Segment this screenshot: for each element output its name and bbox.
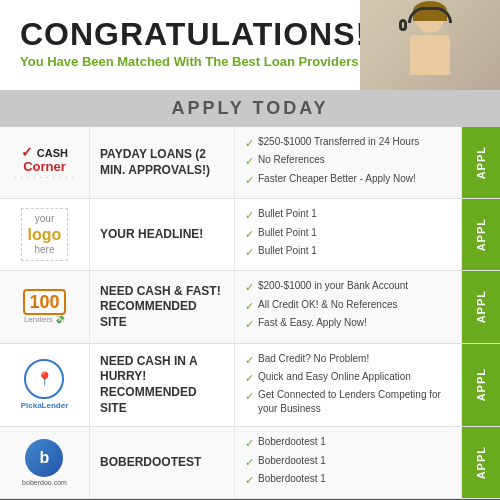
- bullet-text: Get Connected to Lenders Competing for y…: [258, 388, 451, 416]
- picka-circle: 📍: [24, 359, 64, 399]
- loan-row: 100 Lenders 💸 NEED CASH & FAST! RECOMMEN…: [0, 271, 500, 343]
- bullet-item: ✓ Fast & Easy. Apply Now!: [245, 316, 451, 332]
- apply-label-3: APPL: [475, 368, 487, 401]
- loan-row: b boberdoo.com BOBERDOOTEST ✓ Boberdoote…: [0, 427, 500, 499]
- bullet-item: ✓ $200-$1000 in your Bank Account: [245, 279, 451, 295]
- bullet-item: ✓ Faster Cheaper Better - Apply Now!: [245, 172, 451, 188]
- bullet-item: ✓ All Credit OK! & No References: [245, 298, 451, 314]
- bullet-text: Quick and Easy Online Application: [258, 370, 411, 384]
- apply-button-2[interactable]: APPL: [462, 271, 500, 342]
- bullet-item: ✓ Bullet Point 1: [245, 226, 451, 242]
- bullet-text: Bullet Point 1: [258, 226, 317, 240]
- bullet-item: ✓ Boberdootest 1: [245, 472, 451, 488]
- lady-figure: [390, 5, 470, 90]
- apply-label-1: APPL: [475, 218, 487, 251]
- bullet-item: ✓ Boberdootest 1: [245, 454, 451, 470]
- cash-brand-name: Corner: [14, 160, 75, 173]
- bullet-item: ✓ Quick and Easy Online Application: [245, 370, 451, 386]
- bullet-text: Bullet Point 1: [258, 207, 317, 221]
- lenders-number: 100: [23, 289, 65, 315]
- bullets-cell-4: ✓ Boberdootest 1 ✓ Boberdootest 1 ✓ Bobe…: [235, 427, 462, 498]
- check-icon: ✓: [245, 371, 254, 386]
- check-icon: ✓: [245, 227, 254, 242]
- bullets-cell-2: ✓ $200-$1000 in your Bank Account ✓ All …: [235, 271, 462, 342]
- apply-label-2: APPL: [475, 290, 487, 323]
- logo-cell-picka-lender: 📍 PickaLender: [0, 344, 90, 427]
- check-icon: ✓: [245, 280, 254, 295]
- check-icon: ✓: [245, 353, 254, 368]
- boberdoo-logo: b boberdoo.com: [22, 439, 67, 486]
- boberdoo-brand-name: boberdoo.com: [22, 479, 67, 486]
- headline-cell-3: NEED CASH IN A HURRY! RECOMMENDED SITE: [90, 344, 235, 427]
- cash-tagline: · · · · · · · · · ·: [14, 173, 75, 182]
- lady-head: [416, 5, 444, 33]
- bullet-text: Bad Credit? No Problem!: [258, 352, 369, 366]
- header-image: [360, 0, 500, 90]
- headline-cell-1: YOUR HEADLINE!: [90, 199, 235, 270]
- logo-cell-100-lenders: 100 Lenders 💸: [0, 271, 90, 342]
- bullet-text: All Credit OK! & No References: [258, 298, 398, 312]
- boberdoo-circle: b: [25, 439, 63, 477]
- bullet-text: Faster Cheaper Better - Apply Now!: [258, 172, 416, 186]
- lenders-sub-text: Lenders 💸: [23, 315, 65, 324]
- boberdoo-initial: b: [40, 449, 50, 467]
- bullets-cell-0: ✓ $250-$1000 Transferred in 24 Hours ✓ N…: [235, 127, 462, 198]
- picka-lender-logo: 📍 PickaLender: [21, 359, 69, 410]
- apply-button-0[interactable]: APPL: [462, 127, 500, 198]
- apply-button-3[interactable]: APPL: [462, 344, 500, 427]
- headset-icon: [408, 7, 452, 23]
- your-logo-placeholder: yourlogohere: [21, 208, 69, 261]
- header: CONGRATULATIONS! You Have Been Matched W…: [0, 0, 500, 90]
- bullet-item: ✓ Bad Credit? No Problem!: [245, 352, 451, 368]
- loan-row: 📍 PickaLender NEED CASH IN A HURRY! RECO…: [0, 344, 500, 428]
- cash-corner-logo: ✓ CASH Corner · · · · · · · · · ·: [14, 144, 75, 182]
- check-icon: ✓: [245, 389, 254, 404]
- check-icon: ✓: [245, 136, 254, 151]
- check-icon: ✓: [245, 455, 254, 470]
- mic-icon: [399, 19, 407, 31]
- headline-text-4: BOBERDOOTEST: [100, 455, 201, 471]
- bullet-item: ✓ Boberdootest 1: [245, 435, 451, 451]
- check-icon: ✓: [245, 208, 254, 223]
- apply-banner: APPLY TODAY: [0, 90, 500, 127]
- bullets-cell-3: ✓ Bad Credit? No Problem! ✓ Quick and Ea…: [235, 344, 462, 427]
- check-icon: ✓: [245, 436, 254, 451]
- bullet-item: ✓ No References: [245, 153, 451, 169]
- bullets-cell-1: ✓ Bullet Point 1 ✓ Bullet Point 1 ✓ Bull…: [235, 199, 462, 270]
- bullet-item: ✓ Bullet Point 1: [245, 244, 451, 260]
- logo-cell-cash-corner: ✓ CASH Corner · · · · · · · · · ·: [0, 127, 90, 198]
- check-icon: ✓: [245, 173, 254, 188]
- apply-label-4: APPL: [475, 446, 487, 479]
- apply-button-1[interactable]: APPL: [462, 199, 500, 270]
- check-icon: ✓: [245, 245, 254, 260]
- bullet-text: Bullet Point 1: [258, 244, 317, 258]
- check-icon: ✓: [245, 299, 254, 314]
- 100-lenders-logo: 100 Lenders 💸: [23, 289, 65, 324]
- logo-cell-your-logo: yourlogohere: [0, 199, 90, 270]
- loan-rows-container: ✓ CASH Corner · · · · · · · · · · PAYDAY…: [0, 127, 500, 499]
- picka-brand-name: PickaLender: [21, 401, 69, 410]
- apply-button-4[interactable]: APPL: [462, 427, 500, 498]
- bullet-text: Fast & Easy. Apply Now!: [258, 316, 367, 330]
- headline-cell-4: BOBERDOOTEST: [90, 427, 235, 498]
- headline-text-0: PAYDAY LOANS (2 MIN. APPROVALS!): [100, 147, 224, 178]
- bullet-text: Boberdootest 1: [258, 472, 326, 486]
- headline-cell-0: PAYDAY LOANS (2 MIN. APPROVALS!): [90, 127, 235, 198]
- loan-row: yourlogohere YOUR HEADLINE! ✓ Bullet Poi…: [0, 199, 500, 271]
- bullet-item: ✓ Get Connected to Lenders Competing for…: [245, 388, 451, 416]
- cash-checkmark: ✓ CASH: [14, 144, 75, 160]
- lady-body: [410, 35, 450, 75]
- bullet-text: Boberdootest 1: [258, 454, 326, 468]
- bullet-text: $250-$1000 Transferred in 24 Hours: [258, 135, 419, 149]
- loan-row: ✓ CASH Corner · · · · · · · · · · PAYDAY…: [0, 127, 500, 199]
- bullet-item: ✓ $250-$1000 Transferred in 24 Hours: [245, 135, 451, 151]
- check-icon: ✓: [245, 317, 254, 332]
- bullet-text: Boberdootest 1: [258, 435, 326, 449]
- bullet-text: No References: [258, 153, 325, 167]
- pin-icon: 📍: [36, 371, 53, 387]
- headline-cell-2: NEED CASH & FAST! RECOMMENDED SITE: [90, 271, 235, 342]
- bullet-text: $200-$1000 in your Bank Account: [258, 279, 408, 293]
- headline-text-1: YOUR HEADLINE!: [100, 227, 203, 243]
- logo-cell-boberdoo: b boberdoo.com: [0, 427, 90, 498]
- headline-text-2: NEED CASH & FAST! RECOMMENDED SITE: [100, 284, 224, 331]
